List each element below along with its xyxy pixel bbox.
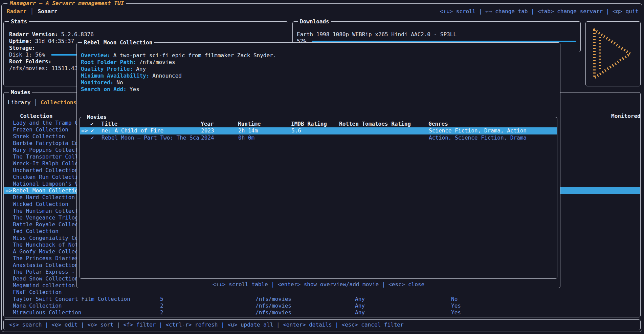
collection-quality-profile: Any xyxy=(355,302,365,309)
column-header-runtime: Runtime xyxy=(238,121,261,127)
column-header-monitored-check: ✔ xyxy=(90,121,94,127)
field-label: Root Folder Path: xyxy=(81,59,136,65)
collection-name: Wreck-It Ralph Collec xyxy=(13,160,81,167)
field-monitored: Monitored:No xyxy=(81,79,276,86)
column-header-title: Title xyxy=(101,121,200,127)
collection-name: Frozen Collection xyxy=(13,126,68,133)
movie-title: Rebel Moon – Part Two: The Scar xyxy=(102,134,200,141)
collection-movie-count: 5 xyxy=(160,296,163,302)
collection-row[interactable]: Miraculous Collection2/nfs/moviesAnyYes xyxy=(4,309,640,316)
collection-name: Mary Poppins Collecti xyxy=(13,147,81,153)
field-label: Overview: xyxy=(81,52,110,59)
collection-search-on-add: No xyxy=(451,296,458,302)
uptime: Uptime:31d 04:35:37 xyxy=(9,38,74,45)
movie-year: 2024 xyxy=(201,134,214,141)
storage-label: Storage: xyxy=(9,45,35,51)
field-value: /nfs/movies xyxy=(139,59,175,65)
collection-name: A Goofy Movie Collect xyxy=(13,248,81,255)
collection-name: Anastasia Collection xyxy=(13,262,78,268)
movie-title: ne: A Child of Fire xyxy=(102,127,200,134)
collection-movies-table: Movies ✔ Title Year Runtime IMDB Rating … xyxy=(80,117,557,279)
app-title: Managarr — A Servarr management TUI xyxy=(7,0,126,7)
collection-name: Taylor Swift Concert Film Collection xyxy=(13,296,130,302)
collection-name: The Hunchback of Notr xyxy=(13,242,81,248)
field-quality-profile: Quality Profile:Any xyxy=(81,66,276,72)
tab-radarr[interactable]: Radarr xyxy=(7,8,26,15)
tab-sonarr[interactable]: Sonarr xyxy=(38,8,57,15)
uptime-label: Uptime: xyxy=(9,38,32,44)
collection-search-on-add: Yes xyxy=(451,309,461,316)
collection-row[interactable]: FNaF Collection xyxy=(4,289,640,296)
movie-runtime: 2h 14m xyxy=(238,127,258,134)
stats-panel-title: Stats xyxy=(9,18,29,25)
movies-tabbar: Library │ Collections xyxy=(8,99,76,106)
collection-details-fields: Overview:A two-part sci-fi epic from fil… xyxy=(81,52,276,93)
movie-row[interactable]: ✔ Rebel Moon – Part Two: The Scar 2024 0… xyxy=(80,134,557,142)
monitored-check-icon: ✔ xyxy=(91,127,94,134)
movie-genres: Action, Science Fiction, Drama xyxy=(429,134,527,141)
collection-name: Megamind collection xyxy=(13,282,75,289)
managarr-screen: Managarr — A Servarr management TUI Rada… xyxy=(0,0,644,334)
root-folder-usage-text: /nfs/movies: 11511.43 GB xyxy=(9,65,87,72)
collection-name: National Lampoon's Va xyxy=(13,181,81,187)
collection-name: The Princess Diaries xyxy=(13,255,78,262)
column-header-imdb-rating: IMDB Rating xyxy=(291,121,327,127)
modal-title: Rebel Moon Collection xyxy=(82,39,154,46)
collection-search-on-add: Yes xyxy=(451,302,461,309)
modal-keybind-hints: <↑↓> scroll table | <enter> show overvie… xyxy=(77,281,560,288)
tab-collections[interactable]: Collections xyxy=(41,99,76,106)
collection-movie-count: 2 xyxy=(160,302,163,309)
collection-root-folder: /nfs/movies xyxy=(256,302,291,309)
collection-name: FNaF Collection xyxy=(13,289,62,295)
field-search-on-add: Search on Add:Yes xyxy=(81,86,276,93)
bottom-keybind-hints: <s> search | <e> edit | <o> sort | <f> f… xyxy=(9,321,404,328)
field-value: A two-part sci-fi epic from filmmaker Za… xyxy=(113,52,276,59)
collection-name: Nana Collection xyxy=(13,302,62,309)
collection-name: The Huntsman Collecti xyxy=(13,208,81,214)
collection-name: Rebel Moon Collection xyxy=(13,187,81,194)
collection-name: Uncharted Collection xyxy=(13,167,78,173)
field-minimum-availability: Minimum Availability:Announced xyxy=(81,72,276,79)
top-keybind-hints: <↑↓> scroll | ←→ change tab | <tab> chan… xyxy=(440,8,639,15)
collection-row[interactable]: Taylor Swift Concert Film Collection5/nf… xyxy=(4,296,640,302)
movie-imdb-rating: 5.6 xyxy=(291,127,301,134)
collection-name: Battle Royale Collect xyxy=(13,221,81,228)
field-label: Search on Add: xyxy=(81,86,127,92)
collection-name: Ted Collection xyxy=(13,228,59,234)
field-label: Quality Profile: xyxy=(81,66,133,72)
movie-year: 2023 xyxy=(201,127,214,134)
collection-name: Die Hard Collection xyxy=(13,194,75,201)
field-value: No xyxy=(116,79,123,86)
download-progress-gauge xyxy=(312,41,576,42)
collection-name: Lady and the Tramp Co xyxy=(13,120,81,126)
tab-library[interactable]: Library xyxy=(8,99,30,106)
movie-row-selected[interactable]: => ✔ ne: A Child of Fire 2023 2h 14m 5.6… xyxy=(80,127,557,134)
collection-name: Wicked Collection xyxy=(13,201,68,207)
field-overview: Overview:A two-part sci-fi epic from fil… xyxy=(81,52,276,59)
collection-name: Dead Snow Collection xyxy=(13,275,78,282)
column-header-rotten-tomatoes: Rotten Tomatoes Rating xyxy=(339,121,411,127)
root-folders-label: Root Folders: xyxy=(9,58,51,65)
field-root-folder-path: Root Folder Path:/nfs/movies xyxy=(81,59,276,66)
collection-name: Shrek Collection xyxy=(13,133,65,140)
column-header-genres: Genres xyxy=(428,121,448,127)
disk-usage-text: Disk 1: 56% xyxy=(9,51,45,58)
collection-name: Chicken Run Collectio xyxy=(13,174,81,180)
download-item: Earth 1998 1080p WEBRip x265 Hindi AAC2.… xyxy=(297,31,457,38)
radarr-version-value: 5.2.6.8376 xyxy=(61,31,94,38)
downloads-panel-title: Downloads xyxy=(298,18,331,25)
column-header-monitored: Monitored xyxy=(611,113,641,120)
collection-quality-profile: Any xyxy=(355,309,365,316)
selection-marker: => xyxy=(5,187,12,194)
collection-name: Miraculous Collection xyxy=(13,309,81,316)
collection-name: The Transporter Colle xyxy=(13,153,81,160)
tab-separator: │ xyxy=(30,8,34,15)
collection-row[interactable]: Nana Collection2/nfs/moviesAnyYes xyxy=(4,302,640,309)
collection-name: Barbie Fairytopia Col xyxy=(13,140,81,146)
collection-name: The Polar Express - C xyxy=(13,269,81,275)
collection-root-folder: /nfs/movies xyxy=(256,296,291,302)
radarr-version: Radarr Version:5.2.6.8376 xyxy=(9,31,94,38)
movies-tab-separator: │ xyxy=(34,99,37,106)
collection-root-folder: /nfs/movies xyxy=(256,309,291,316)
selection-marker: => xyxy=(81,127,88,134)
